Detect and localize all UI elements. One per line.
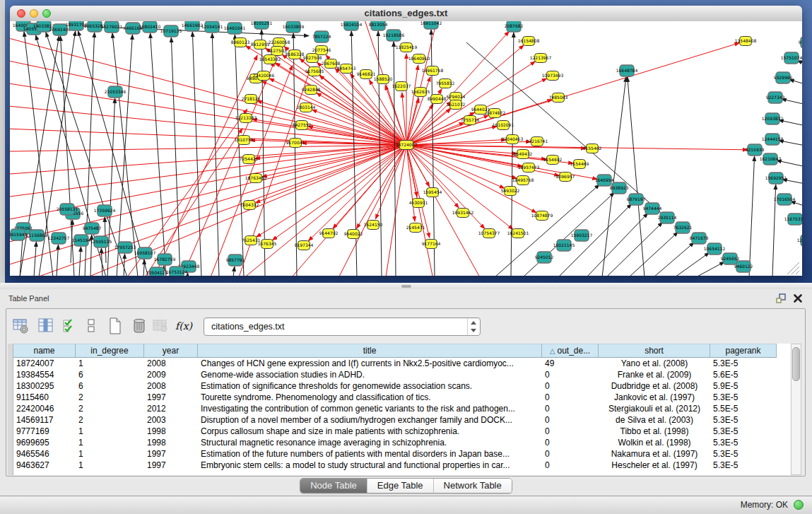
network-edge[interactable] [151,33,166,276]
network-node[interactable]: 2145471 [406,223,425,233]
network-node[interactable]: 18101251 [251,21,273,29]
network-node[interactable]: 16961758 [422,66,444,76]
network-node[interactable]: 16648784 [616,65,638,76]
network-node[interactable]: 10754377 [478,229,500,238]
network-edge[interactable] [779,120,802,127]
network-node[interactable]: 8186328 [286,50,305,59]
network-edge[interactable] [117,35,132,276]
network-node[interactable]: 1624150 [364,221,383,230]
network-node[interactable]: 16958107 [134,247,156,259]
network-node[interactable]: 9975487 [83,223,102,234]
create-table-button[interactable] [106,317,127,337]
network-node[interactable]: 10719135 [160,25,182,37]
network-node[interactable]: 3915941 [10,229,28,240]
network-node[interactable]: 9127503 [268,47,287,56]
network-node[interactable]: 7955812 [436,79,455,88]
network-node[interactable]: 12213967 [530,54,552,63]
network-edge[interactable] [789,79,802,86]
network-node[interactable]: 9177164 [422,240,441,249]
network-edge[interactable] [406,145,415,221]
network-node[interactable]: 11825419 [396,43,418,52]
table-cell[interactable]: 2008 [144,358,198,369]
scrollbar-thumb[interactable] [792,347,800,381]
network-node[interactable]: 8990448 [428,95,447,104]
network-node[interactable]: 8471678 [690,233,709,244]
table-cell[interactable]: 9465546 [13,448,76,460]
table-cell[interactable]: 1 [76,426,144,437]
selection-mode-button[interactable] [61,317,82,337]
column-header-title[interactable]: title [198,344,542,358]
network-node[interactable]: 16033809 [283,21,305,33]
network-node[interactable]: 16210643 [760,153,782,165]
table-cell[interactable]: 22420046 [13,403,76,414]
network-node[interactable]: 10654112 [704,243,726,255]
network-node[interactable]: 12444158 [762,134,784,145]
network-node[interactable]: 9242848 [302,86,321,95]
table-cell[interactable]: 1997 [144,448,198,460]
network-edge[interactable] [269,145,406,276]
network-node[interactable]: 17016504 [774,194,796,205]
network-edge[interactable] [406,127,497,145]
network-node[interactable]: 16543382 [259,55,281,64]
table-cell[interactable]: 1 [76,358,144,369]
network-node[interactable]: 19218586 [383,30,405,41]
network-node[interactable]: 8912955 [251,40,270,49]
column-header-pagerank[interactable]: pagerank [710,344,777,358]
network-node[interactable]: 4530911 [409,199,428,208]
table-cell[interactable]: Changes of HCN gene expression and I(f) … [198,358,542,369]
network-node[interactable]: 16782759 [154,254,176,265]
network-node[interactable]: 13216741 [526,137,548,146]
import-table-button[interactable] [151,317,172,337]
table-cell[interactable]: 0 [542,392,599,403]
table-cell[interactable]: Stergiakouli et al. (2012) [599,403,710,414]
table-cell[interactable]: 1 [76,437,144,448]
network-edge[interactable] [696,262,724,276]
table-cell[interactable]: 0 [542,448,599,460]
table-row[interactable]: 977716911998Corpus callosum shape and si… [13,426,777,437]
network-edge[interactable] [791,201,802,209]
table-cell[interactable]: Dudbridge et al. (2008) [599,380,710,392]
table-cell[interactable]: Franke et al. (2009) [599,369,710,380]
network-edge[interactable] [406,145,559,175]
network-node[interactable]: 8938923 [610,182,629,194]
table-row[interactable]: 946362711997Embryonic stem cells: a mode… [13,460,777,471]
function-builder-button[interactable]: f(x) [174,317,195,337]
table-row[interactable]: 1872400712008Changes of HCN gene express… [13,358,777,369]
network-edge[interactable] [233,267,235,276]
network-node[interactable]: 9329966 [774,72,793,83]
minimize-window-button[interactable] [30,9,38,18]
table-cell[interactable]: 49 [542,358,599,369]
table-cell[interactable]: 2 [76,392,144,403]
network-node[interactable]: 9857791 [226,255,245,266]
table-cell[interactable]: 18724007 [13,358,76,369]
table-cell[interactable]: Genome-wide association studies in ADHD. [198,369,542,380]
table-row[interactable]: 969969511998Structural magnetic resonanc… [13,437,777,448]
network-node[interactable]: 18495758 [512,176,534,185]
table-cell[interactable]: 5.3E-5 [710,392,777,403]
network-edge[interactable] [269,78,406,145]
network-node[interactable]: 15692951 [765,173,787,184]
network-node[interactable]: 17359924 [94,205,116,216]
splitter-handle-icon[interactable] [401,285,411,288]
table-cell[interactable]: 5.3E-5 [710,437,777,448]
network-node[interactable]: 9144702 [319,229,339,238]
table-cell[interactable]: 5.3E-5 [710,414,777,426]
network-node[interactable]: 1588520 [374,75,393,84]
network-node[interactable]: 9474444 [643,203,662,214]
table-cell[interactable]: Estimation of the future numbers of pati… [198,448,542,460]
network-node[interactable]: 1676345 [258,240,277,249]
network-node[interactable]: 12093832 [762,113,784,124]
table-cell[interactable]: Jankovic et al. (1997) [599,392,710,403]
column-header-name[interactable]: name [13,344,76,358]
network-node[interactable]: 5493022 [501,187,520,196]
network-edge[interactable] [171,37,180,276]
network-node[interactable]: 8813054 [369,21,388,30]
network-node[interactable]: 14661902 [182,21,204,31]
table-cell[interactable]: 6 [76,380,144,392]
network-node[interactable]: 9540022 [344,230,363,239]
table-cell[interactable]: Tibbo et al. (1998) [599,426,710,437]
network-edge[interactable] [124,254,125,276]
network-node[interactable]: 2803144 [297,103,316,112]
table-cell[interactable]: Estimation of significance thresholds fo… [198,380,542,392]
network-node[interactable]: 7485063 [549,93,568,103]
